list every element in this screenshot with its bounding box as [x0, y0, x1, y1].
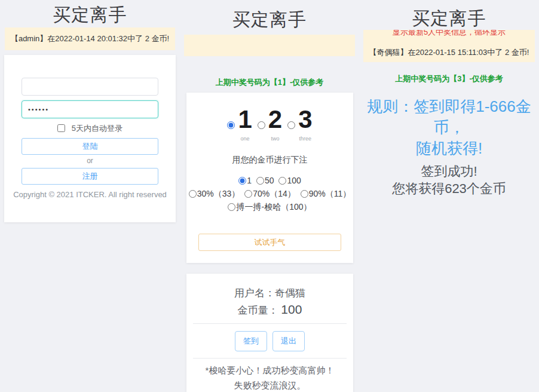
allin-warning-line1: *梭哈要小心！成功秒变高富帅！ — [186, 365, 353, 376]
remember-row: 5天内自动登录 — [4, 123, 176, 134]
logout-button[interactable]: 退出 — [272, 331, 305, 351]
number-value: 2 — [268, 105, 282, 133]
checkin-button[interactable]: 签到 — [235, 331, 267, 351]
or-separator: or — [4, 157, 176, 165]
bet-radio-allin[interactable] — [228, 203, 235, 211]
bet-option-label: 90%（11） — [309, 189, 351, 198]
user-card: 用户名：奇偶猫 金币量： 100 签到 退出 *梭哈要小心！成功秒变高富帅！ 失… — [186, 274, 353, 392]
bet-radio-100coin[interactable] — [278, 177, 286, 185]
winners-marquee: 显示最新5人中奖信息，循环显示 【奇偶猫】在2022-01-15 15:11:0… — [363, 30, 535, 62]
rule-line1: 规则：签到即得1-666金币， — [359, 96, 539, 138]
bet-option-label: 1 — [247, 176, 252, 185]
marquee-winner-line: 【奇偶猫】在2022-01-15 15:11:03中了 2 金币! — [363, 46, 535, 59]
game-panel: 买定离手 上期中奖号码为【1】-仅供参考 1 one 2 two — [180, 0, 359, 392]
marquee-line: 【admin】在2022-01-14 20:01:32中了 2 金币! — [5, 27, 175, 45]
number-value: 3 — [298, 105, 312, 133]
allin-warning-line2: 失败秒变流浪汉。 — [186, 380, 353, 391]
login-panel: 买定离手 【admin】在2022-01-14 20:01:32中了 2 金币!… — [0, 0, 180, 392]
username-line: 用户名：奇偶猫 — [186, 286, 353, 300]
bet-option-label: 30%（33） — [197, 189, 240, 198]
app-title: 买定离手 — [180, 8, 359, 32]
app-title: 买定离手 — [359, 7, 539, 31]
login-button[interactable]: 登陆 — [22, 138, 158, 155]
checkin-success-text: 签到成功! 您将获得623个金币 — [359, 163, 539, 197]
coins-line: 金币量： 100 — [186, 302, 353, 317]
coins-label: 金币量： — [238, 305, 278, 316]
number-radio-2[interactable] — [258, 121, 265, 129]
bet-option-100coin[interactable]: 100 — [278, 176, 301, 185]
bet-row-amount: 1 50 100 — [186, 174, 353, 187]
marquee-line: 【admin】在2022-01-14 20:01:34中了 2 金币! — [5, 48, 175, 50]
username-label: 用户名： — [234, 287, 275, 299]
bet-row-percent: 30%（33） 70%（14） 90%（11） — [186, 187, 353, 200]
user-actions: 签到 退出 — [186, 331, 353, 351]
winners-marquee: 【admin】在2022-01-14 20:01:32中了 2 金币! 【adm… — [5, 27, 175, 50]
divider — [193, 323, 347, 324]
rule-line2: 随机获得! — [359, 138, 539, 159]
result-panel: 买定离手 显示最新5人中奖信息，循环显示 【奇偶猫】在2022-01-15 15… — [359, 0, 539, 392]
number-radio-1[interactable] — [227, 121, 235, 129]
rule-text: 规则：签到即得1-666金币， 随机获得! — [359, 96, 539, 159]
coins-value: 100 — [281, 302, 302, 316]
copyright-text: Copyright © 2021 ITCKER. All right reser… — [4, 190, 176, 199]
success-line1: 签到成功! — [359, 163, 539, 180]
try-luck-button[interactable]: 试试手气 — [198, 234, 341, 251]
bet-radio-90pct[interactable] — [301, 190, 308, 198]
number-caption: three — [299, 136, 312, 142]
bet-option-30pct[interactable]: 30%（33） — [189, 189, 242, 198]
bet-option-allin[interactable]: 搏一搏-梭哈（100） — [228, 202, 311, 212]
last-draw-text: 上期中奖号码为【3】-仅供参考 — [359, 74, 539, 84]
register-button[interactable]: 注册 — [22, 168, 158, 185]
last-draw-text: 上期中奖号码为【1】-仅供参考 — [180, 77, 359, 88]
bet-option-70pct[interactable]: 70%（14） — [244, 189, 298, 198]
bet-option-90pct[interactable]: 90%（11） — [301, 189, 351, 198]
remember-label-wrap[interactable]: 5天内自动登录 — [57, 124, 122, 133]
bet-row-allin: 搏一搏-梭哈（100） — [186, 200, 353, 213]
remember-checkbox[interactable] — [57, 124, 65, 132]
bet-radio-70pct[interactable] — [244, 190, 252, 198]
number-option-2[interactable]: 2 two — [258, 107, 282, 143]
bet-heading: 用您的金币进行下注 — [186, 155, 353, 166]
bet-option-50coin[interactable]: 50 — [256, 176, 276, 185]
number-caption: two — [271, 136, 279, 142]
bet-option-1coin[interactable]: 1 — [238, 176, 254, 185]
bet-radio-1coin[interactable] — [238, 177, 246, 185]
number-option-3[interactable]: 3 three — [287, 107, 312, 143]
bet-option-label: 50 — [265, 176, 274, 185]
bet-option-label: 搏一搏-梭哈（100） — [236, 202, 311, 212]
number-caption: one — [241, 136, 250, 142]
divider — [193, 358, 347, 359]
username-value: 奇偶猫 — [275, 287, 305, 299]
remember-label: 5天内自动登录 — [72, 124, 122, 133]
number-radio-3[interactable] — [287, 121, 295, 129]
number-choice-group: 1 one 2 two 3 three — [186, 107, 353, 143]
number-option-1[interactable]: 1 one — [227, 107, 252, 143]
marquee-notice-line: 显示最新5人中奖信息，循环显示 — [363, 30, 535, 38]
bet-options: 1 50 100 30%（33） 70%（14） 90%（11） — [186, 174, 353, 213]
bet-option-label: 100 — [287, 176, 301, 185]
bet-radio-50coin[interactable] — [256, 177, 264, 185]
bet-radio-30pct[interactable] — [189, 190, 197, 198]
app-title: 买定离手 — [0, 3, 180, 27]
number-value: 1 — [238, 105, 252, 133]
bet-option-label: 70%（14） — [253, 189, 296, 198]
username-input[interactable] — [22, 78, 158, 96]
success-line2: 您将获得623个金币 — [359, 180, 539, 197]
login-card: 5天内自动登录 登陆 or 注册 Copyright © 2021 ITCKER… — [4, 55, 176, 222]
winners-marquee — [184, 35, 355, 56]
password-input[interactable] — [22, 100, 158, 118]
bet-card: 1 one 2 two 3 three 用您的金币进行下注 — [186, 93, 353, 263]
